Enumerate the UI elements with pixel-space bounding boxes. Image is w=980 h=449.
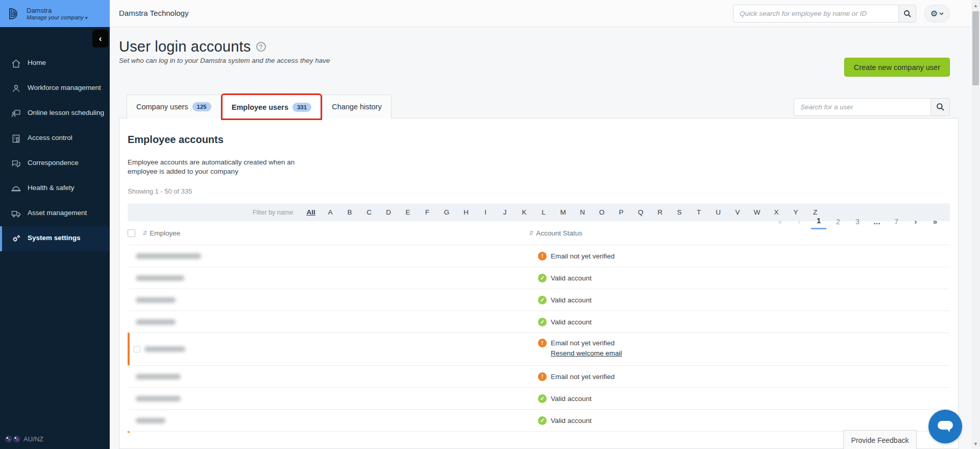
scrollbar-thumb[interactable] <box>972 11 979 85</box>
pagination-item[interactable]: « <box>772 218 788 229</box>
brand-header[interactable]: Damstra Manage your company ▾ <box>0 0 110 27</box>
search-icon <box>903 10 912 18</box>
filter-letter[interactable]: E <box>398 208 418 216</box>
scroll-down-arrow[interactable]: ▼ <box>971 439 980 448</box>
sidebar: Damstra Manage your company ▾ ‹ Home Wor… <box>0 0 110 449</box>
region-selector[interactable]: AU/NZ <box>5 435 43 443</box>
row-checkbox[interactable] <box>134 346 140 352</box>
chat-widget-button[interactable] <box>928 410 962 443</box>
filter-letter[interactable]: B <box>340 208 359 216</box>
employee-users-count-badge: 331 <box>292 103 311 112</box>
select-all-checkbox[interactable] <box>128 229 135 237</box>
column-employee[interactable]: Employee <box>150 229 180 237</box>
table-body: Email not yet verified Valid account Val… <box>128 245 950 433</box>
pagination: «‹123…7›» <box>768 217 943 229</box>
sidebar-item-health-safety[interactable]: Health & safety <box>0 176 110 201</box>
filter-letter[interactable]: W <box>747 208 767 216</box>
vertical-scrollbar[interactable]: ▲ ▼ <box>971 0 980 449</box>
create-company-user-button[interactable]: Create new company user <box>844 58 950 77</box>
filter-letter[interactable]: L <box>534 208 553 216</box>
hard-hat-icon <box>11 183 21 194</box>
filter-letter[interactable]: S <box>670 208 689 216</box>
sidebar-item-asset-management[interactable]: Asset management <box>0 201 110 226</box>
table-row[interactable]: Email not yet verified <box>128 365 950 387</box>
filter-letter[interactable]: H <box>456 208 476 216</box>
app-window: Damstra Manage your company ▾ ‹ Home Wor… <box>0 0 980 449</box>
redacted-employee-name <box>136 253 201 259</box>
tab-employee-users[interactable]: Employee users 331 <box>222 94 321 119</box>
pagination-item[interactable]: › <box>908 218 923 229</box>
filter-letter[interactable]: D <box>379 208 398 216</box>
table-row-highlighted[interactable]: Email not yet verified Resend welcome em… <box>128 333 950 365</box>
main-content: User login accounts ? Set who can log in… <box>110 27 971 449</box>
redacted-employee-name <box>136 418 165 423</box>
filter-letter[interactable]: U <box>708 208 728 216</box>
filter-letter[interactable]: N <box>573 208 592 216</box>
status-icon <box>538 394 547 403</box>
sidebar-item-online-lesson-scheduling[interactable]: Online lesson scheduling <box>0 101 110 126</box>
pagination-item[interactable]: ‹ <box>792 218 807 229</box>
resend-welcome-email-link[interactable]: Resend welcome email <box>551 349 622 357</box>
pagination-item[interactable]: 7 <box>889 218 904 229</box>
filter-letter[interactable]: Z <box>805 208 825 216</box>
filter-letter[interactable]: T <box>689 208 708 216</box>
table-row[interactable]: Email not yet verified <box>128 245 950 267</box>
filter-letter[interactable]: V <box>728 208 747 216</box>
user-search-button[interactable] <box>930 98 950 116</box>
filter-letter[interactable]: J <box>495 208 514 216</box>
table-row[interactable]: Valid account <box>128 267 950 289</box>
pagination-item[interactable]: … <box>869 218 885 229</box>
filter-letter[interactable]: R <box>650 208 670 216</box>
pagination-item[interactable]: » <box>927 218 943 229</box>
filter-letter[interactable]: Q <box>631 208 650 216</box>
table-row[interactable]: Valid account <box>128 311 950 333</box>
filter-letter[interactable]: M <box>553 208 573 216</box>
provide-feedback-button[interactable]: Provide Feedback <box>843 430 917 449</box>
table-row[interactable]: Valid account <box>128 409 950 431</box>
status-badge: Valid account <box>551 296 592 304</box>
filter-letter[interactable]: G <box>437 208 456 216</box>
filter-letter[interactable]: Y <box>786 208 805 216</box>
pagination-item[interactable]: 2 <box>830 218 846 229</box>
quick-search-input[interactable] <box>733 5 898 22</box>
column-account-status[interactable]: Account Status <box>536 229 582 237</box>
gear-icon: ⚙ <box>930 10 938 18</box>
sidebar-item-correspondence[interactable]: Correspondence <box>0 151 110 176</box>
filter-letter[interactable]: All <box>301 208 321 216</box>
tab-company-users[interactable]: Company users 125 <box>127 94 221 119</box>
status-badge: Email not yet verified <box>551 373 615 381</box>
sidebar-item-system-settings[interactable]: System settings <box>0 226 110 251</box>
page-title: User login accounts <box>119 38 251 55</box>
help-icon[interactable]: ? <box>256 42 266 52</box>
sidebar-collapse-button[interactable]: ‹ <box>92 30 108 48</box>
filter-letter[interactable]: C <box>359 208 379 216</box>
tab-change-history[interactable]: Change history <box>322 94 391 119</box>
sidebar-item-access-control[interactable]: Access control <box>0 126 110 151</box>
filter-letter[interactable]: A <box>321 208 340 216</box>
pagination-item[interactable]: 1 <box>811 217 826 229</box>
scroll-up-arrow[interactable]: ▲ <box>971 1 980 10</box>
sort-icon[interactable]: ⇵ <box>529 230 533 237</box>
table-row[interactable]: Valid account <box>128 387 950 409</box>
brand-tagline[interactable]: Manage your company ▾ <box>27 14 88 20</box>
filter-letter[interactable]: I <box>476 208 495 216</box>
filter-letter[interactable]: P <box>611 208 631 216</box>
pagination-item[interactable]: 3 <box>850 218 865 229</box>
status-icon <box>538 274 547 282</box>
filter-letter[interactable]: O <box>592 208 611 216</box>
section-description: Employee accounts are automatically crea… <box>128 158 316 176</box>
filter-letter[interactable]: X <box>767 208 786 216</box>
tab-bar: Company users 125 Employee users 331 Cha… <box>127 94 393 119</box>
settings-menu-button[interactable]: ⚙ <box>924 5 950 22</box>
sidebar-item-workforce-management[interactable]: Workforce management <box>0 76 110 101</box>
company-users-count-badge: 125 <box>192 102 211 111</box>
redacted-employee-name <box>136 396 181 401</box>
sort-icon[interactable]: ⇵ <box>142 230 147 237</box>
table-row[interactable]: Valid account <box>128 289 950 311</box>
user-search-input[interactable] <box>794 98 930 116</box>
filter-letter[interactable]: K <box>514 208 534 216</box>
sidebar-item-home[interactable]: Home <box>0 51 110 76</box>
filter-letter[interactable]: F <box>418 208 437 216</box>
status-icon <box>538 416 547 425</box>
quick-search-button[interactable] <box>898 5 916 22</box>
